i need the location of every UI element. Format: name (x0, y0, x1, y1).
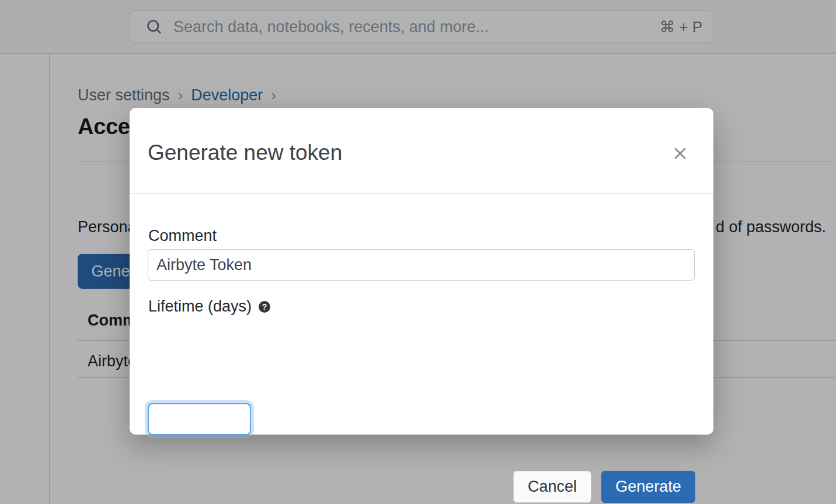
close-icon[interactable] (670, 143, 691, 164)
generate-token-modal: Generate new token Comment Lifetime (day… (130, 108, 713, 435)
modal-footer: Cancel Generate (513, 471, 695, 503)
cancel-button[interactable]: Cancel (513, 471, 591, 503)
lifetime-input[interactable] (148, 403, 251, 435)
comment-label: Comment (148, 227, 217, 245)
comment-input[interactable] (148, 249, 695, 281)
modal-title: Generate new token (148, 140, 342, 165)
generate-button[interactable]: Generate (601, 471, 695, 503)
modal-header: Generate new token (130, 108, 713, 194)
help-icon[interactable]: ? (259, 301, 270, 313)
lifetime-label-row: Lifetime (days) ? (148, 298, 270, 316)
modal-body: Comment Lifetime (days) ? Cancel Generat… (130, 194, 713, 434)
lifetime-label: Lifetime (days) (148, 298, 252, 316)
